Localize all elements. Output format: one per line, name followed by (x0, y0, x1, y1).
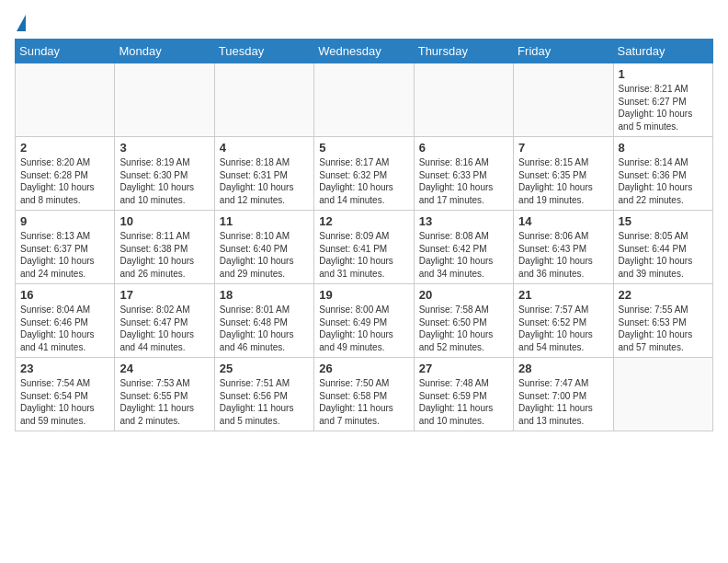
calendar-day-header: Monday (115, 40, 214, 63)
day-info: Sunrise: 8:20 AM Sunset: 6:28 PM Dayligh… (20, 156, 109, 206)
calendar-day-cell: 27Sunrise: 7:48 AM Sunset: 6:59 PM Dayli… (414, 358, 513, 431)
calendar-day-cell: 24Sunrise: 7:53 AM Sunset: 6:55 PM Dayli… (115, 358, 214, 431)
calendar-day-cell: 13Sunrise: 8:08 AM Sunset: 6:42 PM Dayli… (414, 211, 513, 284)
page-header (15, 15, 713, 33)
day-info: Sunrise: 8:21 AM Sunset: 6:27 PM Dayligh… (619, 83, 708, 132)
day-info: Sunrise: 8:08 AM Sunset: 6:42 PM Dayligh… (419, 230, 508, 280)
calendar-day-cell: 5Sunrise: 8:17 AM Sunset: 6:32 PM Daylig… (314, 137, 414, 211)
day-info: Sunrise: 8:15 AM Sunset: 6:35 PM Dayligh… (518, 156, 608, 206)
day-info: Sunrise: 8:13 AM Sunset: 6:37 PM Dayligh… (20, 230, 109, 280)
day-info: Sunrise: 7:48 AM Sunset: 6:59 PM Dayligh… (419, 377, 508, 427)
calendar-day-cell: 2Sunrise: 8:20 AM Sunset: 6:28 PM Daylig… (16, 137, 115, 211)
calendar-day-cell: 26Sunrise: 7:50 AM Sunset: 6:58 PM Dayli… (314, 358, 414, 431)
day-number: 22 (619, 288, 708, 302)
calendar-day-cell: 9Sunrise: 8:13 AM Sunset: 6:37 PM Daylig… (16, 211, 115, 284)
calendar-table: SundayMondayTuesdayWednesdayThursdayFrid… (15, 39, 713, 431)
calendar-day-cell: 11Sunrise: 8:10 AM Sunset: 6:40 PM Dayli… (214, 211, 313, 284)
day-info: Sunrise: 7:50 AM Sunset: 6:58 PM Dayligh… (319, 377, 408, 427)
day-number: 11 (220, 214, 309, 228)
day-number: 26 (319, 362, 408, 375)
day-number: 2 (20, 141, 109, 155)
day-number: 16 (20, 288, 109, 302)
calendar-day-cell: 6Sunrise: 8:16 AM Sunset: 6:33 PM Daylig… (414, 137, 513, 211)
calendar-day-cell: 18Sunrise: 8:01 AM Sunset: 6:48 PM Dayli… (214, 284, 313, 358)
calendar-day-cell (115, 63, 214, 137)
calendar-day-cell (613, 358, 712, 431)
logo-triangle-icon (17, 15, 26, 31)
calendar-day-header: Thursday (414, 40, 513, 63)
day-info: Sunrise: 8:06 AM Sunset: 6:43 PM Dayligh… (518, 230, 608, 280)
calendar-body: 1Sunrise: 8:21 AM Sunset: 6:27 PM Daylig… (16, 63, 713, 431)
day-info: Sunrise: 8:02 AM Sunset: 6:47 PM Dayligh… (119, 304, 209, 353)
day-number: 23 (20, 362, 109, 375)
day-info: Sunrise: 8:16 AM Sunset: 6:33 PM Dayligh… (419, 156, 508, 206)
calendar-day-cell: 12Sunrise: 8:09 AM Sunset: 6:41 PM Dayli… (314, 211, 414, 284)
day-info: Sunrise: 8:19 AM Sunset: 6:30 PM Dayligh… (119, 156, 209, 206)
day-info: Sunrise: 8:14 AM Sunset: 6:36 PM Dayligh… (619, 156, 708, 206)
day-number: 28 (518, 362, 608, 375)
calendar-day-cell: 19Sunrise: 8:00 AM Sunset: 6:49 PM Dayli… (314, 284, 414, 358)
day-info: Sunrise: 8:00 AM Sunset: 6:49 PM Dayligh… (319, 304, 408, 353)
day-info: Sunrise: 8:17 AM Sunset: 6:32 PM Dayligh… (319, 156, 408, 206)
day-info: Sunrise: 8:10 AM Sunset: 6:40 PM Dayligh… (220, 230, 309, 280)
calendar-day-cell: 15Sunrise: 8:05 AM Sunset: 6:44 PM Dayli… (613, 211, 712, 284)
calendar-week-row: 1Sunrise: 8:21 AM Sunset: 6:27 PM Daylig… (16, 63, 713, 137)
day-number: 10 (119, 214, 209, 228)
day-number: 13 (419, 214, 508, 228)
calendar-day-header: Friday (514, 40, 613, 63)
calendar-day-cell (214, 63, 313, 137)
day-number: 17 (119, 288, 209, 302)
day-number: 18 (220, 288, 309, 302)
day-number: 14 (518, 214, 608, 228)
day-info: Sunrise: 7:58 AM Sunset: 6:50 PM Dayligh… (419, 304, 508, 353)
day-number: 8 (619, 141, 708, 155)
day-number: 21 (518, 288, 608, 302)
calendar-day-cell: 17Sunrise: 8:02 AM Sunset: 6:47 PM Dayli… (115, 284, 214, 358)
day-info: Sunrise: 7:51 AM Sunset: 6:56 PM Dayligh… (220, 377, 309, 427)
day-number: 19 (319, 288, 408, 302)
calendar-week-row: 16Sunrise: 8:04 AM Sunset: 6:46 PM Dayli… (16, 284, 713, 358)
day-number: 3 (119, 141, 209, 155)
day-info: Sunrise: 7:57 AM Sunset: 6:52 PM Dayligh… (518, 304, 608, 353)
day-info: Sunrise: 8:11 AM Sunset: 6:38 PM Dayligh… (119, 230, 209, 280)
day-info: Sunrise: 8:18 AM Sunset: 6:31 PM Dayligh… (220, 156, 309, 206)
calendar-day-cell: 10Sunrise: 8:11 AM Sunset: 6:38 PM Dayli… (115, 211, 214, 284)
calendar-day-cell (16, 63, 115, 137)
calendar-day-cell (514, 63, 613, 137)
calendar-day-cell: 20Sunrise: 7:58 AM Sunset: 6:50 PM Dayli… (414, 284, 513, 358)
calendar-week-row: 23Sunrise: 7:54 AM Sunset: 6:54 PM Dayli… (16, 358, 713, 431)
calendar-day-header: Wednesday (314, 40, 414, 63)
calendar-header-row: SundayMondayTuesdayWednesdayThursdayFrid… (16, 40, 713, 63)
calendar-day-header: Sunday (16, 40, 115, 63)
calendar-day-cell: 16Sunrise: 8:04 AM Sunset: 6:46 PM Dayli… (16, 284, 115, 358)
calendar-day-cell: 7Sunrise: 8:15 AM Sunset: 6:35 PM Daylig… (514, 137, 613, 211)
day-number: 1 (619, 67, 708, 81)
calendar-day-cell: 4Sunrise: 8:18 AM Sunset: 6:31 PM Daylig… (214, 137, 313, 211)
calendar-day-cell (414, 63, 513, 137)
calendar-day-cell: 14Sunrise: 8:06 AM Sunset: 6:43 PM Dayli… (514, 211, 613, 284)
calendar-day-header: Saturday (613, 40, 712, 63)
day-info: Sunrise: 8:09 AM Sunset: 6:41 PM Dayligh… (319, 230, 408, 280)
day-number: 24 (119, 362, 209, 375)
day-number: 20 (419, 288, 508, 302)
day-number: 15 (619, 214, 708, 228)
day-number: 4 (220, 141, 309, 155)
calendar-week-row: 9Sunrise: 8:13 AM Sunset: 6:37 PM Daylig… (16, 211, 713, 284)
day-number: 25 (220, 362, 309, 375)
calendar-day-header: Tuesday (214, 40, 313, 63)
day-number: 27 (419, 362, 508, 375)
calendar-week-row: 2Sunrise: 8:20 AM Sunset: 6:28 PM Daylig… (16, 137, 713, 211)
day-info: Sunrise: 7:53 AM Sunset: 6:55 PM Dayligh… (119, 377, 209, 427)
calendar-day-cell: 1Sunrise: 8:21 AM Sunset: 6:27 PM Daylig… (613, 63, 712, 137)
day-number: 6 (419, 141, 508, 155)
day-number: 9 (20, 214, 109, 228)
calendar-day-cell: 23Sunrise: 7:54 AM Sunset: 6:54 PM Dayli… (16, 358, 115, 431)
calendar-day-cell (314, 63, 414, 137)
calendar-day-cell: 3Sunrise: 8:19 AM Sunset: 6:30 PM Daylig… (115, 137, 214, 211)
calendar-day-cell: 22Sunrise: 7:55 AM Sunset: 6:53 PM Dayli… (613, 284, 712, 358)
day-info: Sunrise: 8:05 AM Sunset: 6:44 PM Dayligh… (619, 230, 708, 280)
day-info: Sunrise: 8:04 AM Sunset: 6:46 PM Dayligh… (20, 304, 109, 353)
logo (15, 15, 26, 33)
day-info: Sunrise: 7:54 AM Sunset: 6:54 PM Dayligh… (20, 377, 109, 427)
day-info: Sunrise: 8:01 AM Sunset: 6:48 PM Dayligh… (220, 304, 309, 353)
